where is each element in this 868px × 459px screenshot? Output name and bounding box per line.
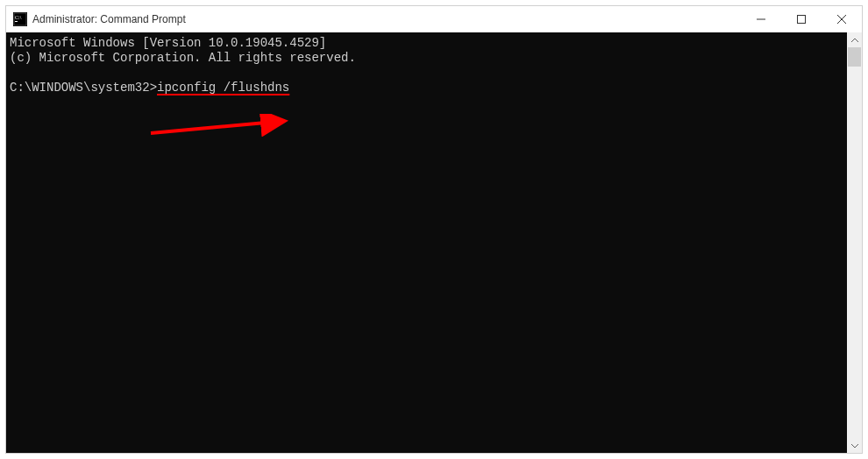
maximize-icon (797, 15, 806, 24)
minimize-icon (757, 15, 765, 24)
command-prompt-window: C:\ Administrator: Command Prompt (5, 5, 863, 454)
scroll-down-button[interactable] (847, 438, 862, 453)
minimize-button[interactable] (741, 6, 781, 32)
maximize-button[interactable] (781, 6, 822, 32)
prompt-text: C:\WINDOWS\system32> (10, 81, 157, 95)
scrollbar-thumb[interactable] (848, 47, 861, 67)
typed-command: ipconfig /flushdns (157, 81, 289, 95)
chevron-up-icon (851, 38, 858, 43)
window-controls (741, 6, 862, 32)
console-output[interactable]: Microsoft Windows [Version 10.0.19045.45… (6, 32, 847, 453)
svg-text:C:\: C:\ (15, 15, 22, 20)
banner-line-1: Microsoft Windows [Version 10.0.19045.45… (10, 36, 326, 50)
window-title: Administrator: Command Prompt (32, 13, 741, 25)
scroll-up-button[interactable] (847, 32, 862, 47)
banner-line-2: (c) Microsoft Corporation. All rights re… (10, 51, 356, 65)
vertical-scrollbar[interactable] (847, 32, 862, 453)
svg-rect-3 (15, 21, 18, 22)
titlebar[interactable]: C:\ Administrator: Command Prompt (6, 6, 862, 32)
chevron-down-icon (851, 443, 858, 448)
svg-rect-5 (798, 16, 806, 24)
cmd-app-icon: C:\ (13, 12, 27, 26)
console-area: Microsoft Windows [Version 10.0.19045.45… (6, 32, 862, 453)
close-button[interactable] (822, 6, 862, 32)
close-icon (837, 15, 846, 24)
